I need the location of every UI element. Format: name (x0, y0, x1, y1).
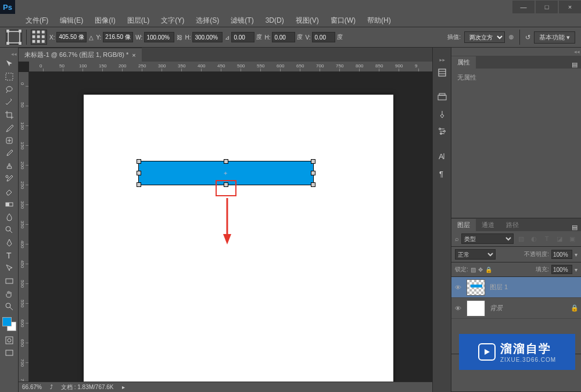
brush-preset-panel-icon[interactable] (433, 123, 451, 141)
menu-edit[interactable]: 编辑(E) (55, 15, 88, 27)
blend-mode-select[interactable]: 正常 (455, 249, 496, 260)
dodge-tool[interactable] (2, 224, 16, 236)
panels-collapse[interactable]: ◂◂ (438, 56, 446, 64)
angle-input[interactable] (231, 32, 254, 42)
filter-pixel-icon[interactable]: ▧ (516, 234, 526, 243)
menu-3d[interactable]: 3D(D) (261, 15, 289, 26)
rectangle-tool[interactable] (2, 275, 16, 287)
opacity-input[interactable] (551, 250, 572, 259)
handle-top-right[interactable] (311, 159, 315, 164)
toolbox-collapse[interactable]: ◂◂ (0, 50, 18, 58)
filter-adjust-icon[interactable]: ◐ (529, 234, 539, 243)
properties-panel-menu-icon[interactable]: ▤ (568, 61, 581, 69)
lock-position-icon[interactable]: ✥ (478, 267, 483, 273)
swatches-panel-icon[interactable] (433, 88, 451, 106)
handle-bottom-left[interactable] (137, 182, 141, 187)
transform-tool-icon[interactable] (6, 30, 22, 45)
tab-close-icon[interactable]: × (132, 52, 135, 59)
brush-panel-icon[interactable] (433, 106, 451, 123)
path-selection-tool[interactable] (2, 262, 16, 274)
right-panels-collapse[interactable]: ◂◂ (451, 48, 581, 56)
tab-properties[interactable]: 属性 (451, 56, 476, 69)
tab-layers[interactable]: 图层 (451, 219, 476, 231)
document-tab[interactable]: 未标题-1 @ 66.7% (图层 1, RGB/8) * × (19, 48, 142, 62)
eyedropper-tool[interactable] (2, 122, 16, 134)
lasso-tool[interactable] (2, 84, 16, 95)
layer-item[interactable]: 👁 背景 🔒 (451, 298, 581, 319)
handle-top-middle[interactable] (224, 159, 228, 164)
menu-select[interactable]: 选择(S) (191, 15, 224, 27)
fg-color-swatch[interactable] (2, 317, 12, 326)
layers-panel-menu-icon[interactable]: ▤ (568, 224, 581, 231)
layer-thumbnail[interactable] (467, 300, 485, 317)
fill-input[interactable] (551, 265, 572, 274)
interp-select[interactable]: 两次立方 (464, 31, 505, 43)
quickmask-tool[interactable] (2, 335, 16, 346)
filter-search-icon[interactable]: ⌕ (455, 235, 459, 242)
handle-middle-right[interactable] (311, 171, 315, 175)
layer-name[interactable]: 图层 1 (490, 283, 508, 292)
eraser-tool[interactable] (2, 186, 16, 197)
menu-type[interactable]: 文字(Y) (156, 15, 189, 27)
lock-pixels-icon[interactable]: ▨ (471, 267, 476, 273)
type-tool[interactable]: T (2, 250, 16, 261)
move-tool[interactable] (2, 58, 16, 70)
healing-brush-tool[interactable] (2, 135, 16, 146)
export-icon[interactable]: ⤴ (50, 384, 53, 390)
menu-layer[interactable]: 图层(L) (123, 15, 155, 27)
link-wh-icon[interactable]: ⛓ (177, 34, 182, 41)
layer-name[interactable]: 背景 (490, 304, 503, 312)
lock-all-icon[interactable]: 🔒 (485, 267, 492, 273)
h-input[interactable] (192, 32, 223, 42)
filter-shape-icon[interactable]: ◪ (554, 234, 565, 243)
zoom-level[interactable]: 66.67% (22, 384, 42, 390)
skew-v-input[interactable] (312, 32, 335, 42)
visibility-toggle-icon[interactable]: 👁 (454, 284, 462, 291)
menu-image[interactable]: 图像(I) (90, 15, 120, 27)
canvas[interactable]: ✦ (84, 95, 393, 382)
maximize-button[interactable]: □ (536, 1, 558, 13)
zoom-tool[interactable] (2, 301, 16, 312)
doc-info-arrow-icon[interactable]: ▸ (122, 384, 125, 390)
magic-wand-tool[interactable] (2, 96, 16, 108)
clone-stamp-tool[interactable] (2, 160, 16, 172)
reference-point-icon[interactable] (31, 30, 47, 45)
screenmode-tool[interactable] (2, 347, 16, 359)
paragraph-panel-icon[interactable]: ¶ (433, 165, 451, 182)
minimize-button[interactable]: — (512, 1, 535, 13)
tab-paths[interactable]: 路径 (500, 219, 525, 231)
layer-item[interactable]: 👁 图层 1 (451, 277, 581, 298)
w-input[interactable] (144, 32, 174, 42)
x-input[interactable] (56, 32, 87, 42)
cancel-transform-icon[interactable]: ↺ (525, 34, 530, 41)
brush-tool[interactable] (2, 148, 16, 159)
tab-channels[interactable]: 通道 (476, 219, 500, 231)
gradient-tool[interactable] (2, 199, 16, 210)
marquee-tool[interactable] (2, 71, 16, 82)
history-brush-tool[interactable] (2, 173, 16, 185)
crop-tool[interactable] (2, 109, 16, 121)
handle-bottom-right[interactable] (311, 182, 315, 187)
history-panel-icon[interactable] (433, 64, 451, 81)
opacity-chevron-icon[interactable]: ▾ (575, 251, 578, 258)
transform-center-icon[interactable]: ✦ (223, 170, 229, 176)
doc-info[interactable]: 文档 : 1.83M/767.6K (61, 383, 114, 391)
menu-help[interactable]: 帮助(H) (363, 15, 396, 27)
handle-middle-left[interactable] (137, 171, 141, 175)
hand-tool[interactable] (2, 288, 16, 300)
skew-h-input[interactable] (272, 32, 295, 42)
layer-thumbnail[interactable] (467, 279, 485, 296)
fill-chevron-icon[interactable]: ▾ (575, 267, 578, 273)
color-swatches[interactable] (2, 317, 16, 331)
menu-window[interactable]: 窗口(W) (326, 15, 360, 27)
ruler-horizontal[interactable]: 0501001502002503003504004505005506006507… (29, 62, 432, 72)
pen-tool[interactable] (2, 237, 16, 249)
menu-filter[interactable]: 滤镜(T) (226, 15, 258, 27)
blur-tool[interactable] (2, 211, 16, 223)
visibility-toggle-icon[interactable]: 👁 (454, 305, 462, 312)
canvas-viewport[interactable]: ✦ (29, 72, 432, 382)
ruler-vertical[interactable]: 0501001502002503003504004505005506006507… (19, 72, 29, 382)
filter-smart-icon[interactable]: ▣ (567, 234, 578, 243)
layer-filter-select[interactable]: 类型 (461, 233, 514, 244)
y-input[interactable] (103, 32, 133, 42)
